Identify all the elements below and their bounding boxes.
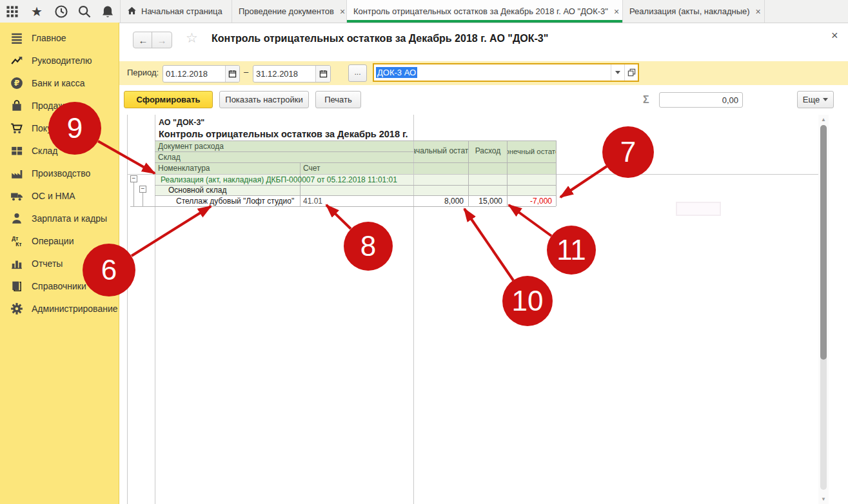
chevron-down-icon — [823, 98, 828, 101]
tab-document-posting[interactable]: Проведение документов × — [232, 0, 347, 23]
tab-negative-balance-report[interactable]: Контроль отрицательных остатков за Декаб… — [347, 0, 623, 23]
active-tab-underline — [347, 20, 622, 23]
generate-button[interactable]: Сформировать — [124, 91, 213, 108]
favorites-icon[interactable]: ★ — [30, 5, 44, 19]
annotation-arrow-6 — [132, 206, 211, 256]
back-button[interactable]: ← — [133, 32, 153, 48]
grid-line — [413, 115, 414, 504]
col-header-document[interactable]: Документ расхода — [158, 141, 409, 151]
organization-value: ДОК-3 АО — [376, 67, 417, 78]
forward-button[interactable]: → — [152, 32, 172, 48]
collapse-group-icon[interactable] — [130, 175, 137, 182]
sidebar-item-warehouse[interactable]: Склад — [0, 139, 119, 162]
sigma-icon: Σ — [643, 94, 649, 106]
tree-line — [143, 193, 143, 206]
sidebar-item-bank-cash[interactable]: Банк и касса — [0, 72, 119, 94]
cell-nomenclature[interactable]: Стеллаж дубовый "Лофт студио" — [176, 195, 299, 206]
open-item-icon[interactable] — [624, 64, 638, 81]
grid-line — [127, 115, 128, 504]
sidebar-item-fixed-assets[interactable]: ОС и НМА — [0, 184, 119, 207]
annotation-arrow-7 — [560, 166, 607, 197]
sidebar-item-production[interactable]: Производство — [0, 162, 119, 184]
scroll-up-icon[interactable]: ▲ — [818, 117, 829, 122]
sidebar-item-sales[interactable]: Продажи — [0, 94, 119, 117]
books-icon — [10, 279, 24, 293]
annotation-arrow-10 — [464, 209, 513, 280]
tree-line — [133, 182, 134, 206]
scrollbar-thumb[interactable] — [820, 125, 827, 360]
annotation-arrow-8 — [326, 205, 351, 229]
show-settings-button[interactable]: Показать настройки — [219, 91, 309, 108]
annotation-number: 11 — [557, 234, 586, 266]
range-dash: – — [244, 67, 248, 77]
collapse-group-icon[interactable] — [139, 186, 146, 193]
sidebar-item-reports[interactable]: Отчеты — [0, 252, 119, 275]
sidebar-item-main[interactable]: Главное — [0, 26, 119, 49]
period-label: Период: — [127, 68, 159, 77]
sidebar-item-directories[interactable]: Справочники — [0, 275, 119, 297]
search-icon[interactable] — [77, 5, 92, 19]
period-options-button[interactable]: ... — [348, 64, 367, 82]
date-from-input[interactable] — [163, 66, 225, 82]
sidebar-item-manager[interactable]: Руководителю — [0, 49, 119, 72]
vertical-scrollbar[interactable]: ▲ ▼ — [818, 115, 829, 504]
cell-expense[interactable]: 15,000 — [468, 195, 504, 206]
app-window: ★ Начальная страница Проведение документ… — [0, 0, 848, 504]
grid-line — [556, 141, 557, 206]
favorite-star-icon[interactable]: ☆ — [186, 30, 198, 46]
annotation-number: 10 — [512, 285, 544, 316]
col-header-opening-balance[interactable]: Начальный остаток — [414, 141, 468, 162]
col-header-closing-balance[interactable]: Конечный остаток — [508, 141, 556, 162]
notifications-bell-icon[interactable] — [101, 5, 115, 19]
sidebar-item-purchases[interactable]: Покупки — [0, 117, 119, 139]
date-from-field[interactable] — [163, 65, 240, 82]
factory-icon — [10, 166, 24, 180]
apps-menu-icon[interactable] — [5, 5, 19, 19]
tab-label: Проведение документов — [239, 6, 334, 16]
top-bar: ★ Начальная страница Проведение документ… — [0, 0, 848, 23]
cell-closing-balance-negative[interactable]: -7,000 — [507, 195, 554, 206]
group-row-warehouse[interactable]: Основной склад — [168, 185, 375, 195]
page-title: Контроль отрицательных остатков за Декаб… — [212, 33, 548, 44]
date-to-field[interactable] — [253, 65, 331, 82]
organization-combo[interactable]: ДОК-3 АО — [373, 63, 639, 82]
tab-home[interactable]: Начальная страница — [120, 0, 232, 23]
tab-sales-invoices[interactable]: Реализация (акты, накладные) × — [623, 0, 765, 23]
history-icon[interactable] — [54, 5, 68, 19]
sidebar-item-operations[interactable]: Операции — [0, 229, 119, 252]
scroll-down-icon[interactable]: ▼ — [818, 496, 829, 502]
col-header-nomenclature[interactable]: Номенклатура — [158, 162, 297, 174]
filter-bar: Период: – ... ДОК-3 АО — [119, 61, 848, 85]
report-org-line[interactable]: АО "ДОК-3" — [159, 117, 429, 128]
sidebar-item-salary-hr[interactable]: Зарплата и кадры — [0, 207, 119, 229]
bar-chart-icon — [10, 257, 24, 271]
chevron-down-icon[interactable] — [611, 64, 624, 81]
annotation-number: 7 — [620, 136, 636, 168]
trend-chart-icon — [10, 53, 24, 68]
sum-input[interactable] — [660, 93, 742, 107]
grid-line — [130, 206, 556, 207]
col-header-warehouse[interactable]: Склад — [158, 151, 409, 162]
col-header-expense[interactable]: Расход — [469, 141, 507, 162]
tab-close-icon[interactable]: × — [614, 6, 619, 17]
group-row-document[interactable]: Реализация (акт, накладная) ДКБП-000007 … — [161, 174, 483, 185]
tab-label: Контроль отрицательных остатков за Декаб… — [353, 6, 608, 16]
report-title-line[interactable]: Контроль отрицательных остатков за Декаб… — [159, 128, 468, 140]
tab-close-icon[interactable]: × — [340, 6, 345, 17]
calendar-icon[interactable] — [315, 66, 330, 82]
sidebar: Главное Руководителю Банк и касса Продаж… — [0, 23, 119, 504]
annotation-number: 8 — [360, 230, 376, 262]
more-button[interactable]: Еще — [797, 91, 834, 108]
col-header-account[interactable]: Счет — [303, 162, 409, 174]
sidebar-item-administration[interactable]: Администрирование — [0, 297, 119, 320]
date-to-input[interactable] — [253, 66, 315, 82]
cell-opening-balance[interactable]: 8,000 — [413, 195, 466, 206]
annotation-circle-8 — [344, 222, 393, 271]
sum-field[interactable] — [659, 92, 743, 108]
calendar-icon[interactable] — [225, 66, 239, 82]
back-arrow-icon: ← — [139, 35, 148, 46]
tab-close-icon[interactable]: × — [756, 6, 761, 17]
print-button[interactable]: Печать — [315, 91, 361, 108]
close-report-icon[interactable]: × — [831, 29, 838, 43]
cell-account[interactable]: 41.01 — [303, 195, 355, 206]
